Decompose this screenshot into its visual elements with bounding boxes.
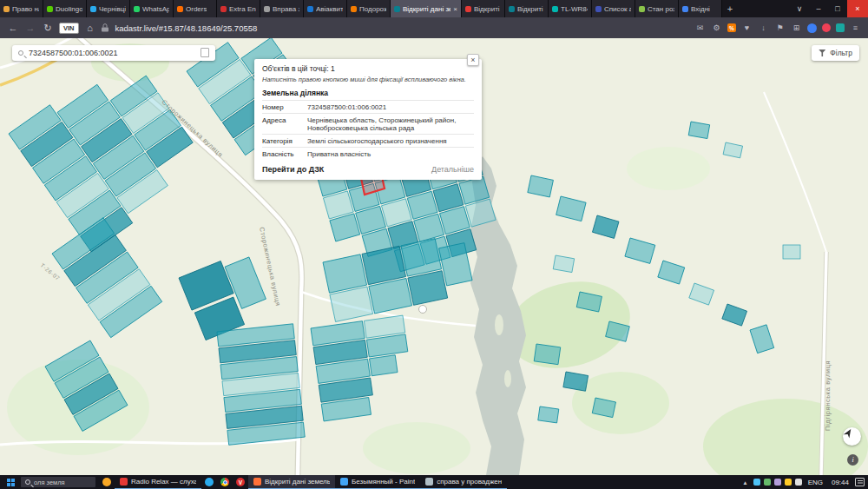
- filter-button[interactable]: Фільтр: [812, 45, 859, 61]
- browser-tab-active[interactable]: Відкриті дані земел×: [391, 0, 462, 17]
- pinned-app-icon[interactable]: [99, 475, 115, 489]
- heart-icon[interactable]: ♥: [741, 23, 753, 32]
- close-window-button[interactable]: ×: [847, 0, 868, 17]
- minimize-button[interactable]: –: [809, 0, 828, 17]
- taskbar-app-document[interactable]: справа у провадженн...: [420, 475, 507, 489]
- menu-icon[interactable]: ≡: [850, 23, 861, 32]
- map-search-box[interactable]: 7324587500:01:006:0021: [12, 45, 215, 61]
- settings-icon[interactable]: ⚙: [711, 23, 722, 32]
- chrome-icon: [220, 478, 229, 486]
- forward-button[interactable]: →: [24, 23, 36, 33]
- tab-title: Авіаквитки: [316, 5, 343, 13]
- copy-coordinates-icon[interactable]: [202, 50, 209, 57]
- parcel-cluster-bottom-left[interactable]: [217, 324, 305, 445]
- browser-tab-0[interactable]: Право на: [0, 0, 43, 17]
- navigation-arrow-icon: [843, 427, 854, 439]
- refresh-button[interactable]: ↻: [42, 23, 54, 34]
- popup-row-category: Категорія Землі сільськогосподарського п…: [262, 134, 474, 147]
- browser-tab-6[interactable]: Вправа з а: [260, 0, 304, 17]
- browser-tab-10[interactable]: Відкриті дан: [462, 0, 505, 17]
- tab-favicon: [90, 6, 96, 12]
- new-tab-button[interactable]: +: [722, 0, 738, 17]
- tab-title: Вхідні: [691, 5, 710, 13]
- row-value: Землі сільськогосподарського призначення: [307, 137, 474, 145]
- back-button[interactable]: ←: [7, 23, 19, 33]
- tray-cloud-icon[interactable]: [753, 479, 760, 486]
- home-button[interactable]: ⌂: [84, 23, 96, 33]
- browser-tab-15[interactable]: Вхідні: [679, 0, 722, 17]
- browser-tab-8[interactable]: Подорожі: [347, 0, 391, 17]
- browser-tab-12[interactable]: TL-WR841N: [549, 0, 592, 17]
- tab-title: TL-WR841N: [561, 5, 588, 13]
- browser-tab-3[interactable]: WhatsApp: [130, 0, 174, 17]
- browser-app-icon: [253, 478, 261, 486]
- search-input[interactable]: 7324587500:01:006:0021: [29, 49, 118, 57]
- tab-favicon: [639, 6, 645, 12]
- map-canvas[interactable]: Сторожинецька вулиця Сторожинецька вулиц…: [0, 38, 868, 475]
- popup-section-title: Земельна ділянка: [262, 89, 474, 97]
- language-indicator[interactable]: ENG: [806, 479, 825, 486]
- pocket-icon[interactable]: [822, 23, 831, 32]
- taskbar-app-kadastr[interactable]: Відкриті дані земель...: [248, 475, 335, 489]
- browser-tab-11[interactable]: Відкриті дан: [505, 0, 549, 17]
- tab-favicon: [264, 6, 270, 12]
- browser-tab-1[interactable]: Duolingo: [43, 0, 87, 17]
- clock[interactable]: 09:44: [829, 479, 852, 486]
- action-center-icon[interactable]: [855, 478, 865, 486]
- taskbar-app-label: Radio Relax — слухат...: [131, 478, 196, 486]
- tray-defender-icon[interactable]: [764, 479, 771, 486]
- geolocate-button[interactable]: [843, 427, 861, 446]
- telegram-icon: [205, 478, 214, 486]
- account-avatar-icon[interactable]: [807, 23, 817, 33]
- tab-favicon: [307, 6, 313, 12]
- discount-icon[interactable]: %: [727, 23, 736, 32]
- tab-title: Стан розгл: [648, 5, 674, 13]
- browser-tab-7[interactable]: Авіаквитки: [304, 0, 347, 17]
- browser-tab-2[interactable]: Чернівці | U: [87, 0, 130, 17]
- tab-favicon: [509, 6, 515, 12]
- goto-dzk-link[interactable]: Перейти до ДЗК: [262, 165, 324, 174]
- tab-title: Вправа з а: [273, 5, 299, 13]
- tab-favicon: [47, 6, 53, 12]
- url-text[interactable]: kadastr.live/#15.87/48.18649/25.70558: [115, 23, 258, 33]
- tab-title: Відкриті дан: [474, 5, 501, 13]
- tray-app-icon[interactable]: [774, 479, 781, 486]
- details-link[interactable]: Детальніше: [431, 165, 474, 174]
- browser-tab-5[interactable]: Extra Englis: [217, 0, 260, 17]
- system-tray: ▲ ENG 09:44: [740, 478, 868, 486]
- row-label: Адреса: [262, 116, 307, 132]
- viber-app-button[interactable]: V: [233, 475, 248, 489]
- taskbar-search[interactable]: оля земля: [21, 477, 95, 487]
- extensions-icon[interactable]: ⊞: [791, 23, 802, 32]
- chrome-app-button[interactable]: [217, 475, 233, 489]
- browser-tab-13[interactable]: Список авт: [592, 0, 635, 17]
- tray-update-icon[interactable]: [785, 479, 792, 486]
- start-button[interactable]: [0, 475, 21, 489]
- tab-close-icon[interactable]: ×: [453, 5, 457, 13]
- tray-network-icon[interactable]: [795, 479, 802, 486]
- taskbar-app-label: Безымянный - Paint: [352, 478, 415, 486]
- maximize-button[interactable]: □: [828, 0, 847, 17]
- list-all-tabs-icon[interactable]: ∨: [790, 0, 809, 17]
- browser-tab-4[interactable]: Orders: [174, 0, 217, 17]
- browser-tab-14[interactable]: Стан розгл: [635, 0, 679, 17]
- mail-icon[interactable]: ✉: [694, 23, 706, 32]
- telegram-app-button[interactable]: [201, 475, 217, 489]
- hidden-icons-chevron[interactable]: ▲: [740, 479, 749, 486]
- browser-tab-bar: Право на Duolingo Чернівці | U WhatsApp …: [0, 0, 868, 17]
- popup-row-number: Номер 7324587500:01:006:0021: [262, 100, 474, 113]
- flag-icon[interactable]: ⚑: [774, 23, 786, 32]
- landmark-circle: [419, 306, 427, 314]
- popup-close-button[interactable]: ×: [467, 54, 479, 66]
- taskbar-app-radio[interactable]: Radio Relax — слухат...: [115, 475, 201, 489]
- vin-extension-badge[interactable]: VIN: [59, 23, 79, 34]
- download-icon[interactable]: ↓: [758, 23, 769, 32]
- map-info-button[interactable]: i: [847, 454, 858, 466]
- parcel-info-popup: × Об'єктів в цій точці: 1 Натисніть прав…: [254, 59, 482, 180]
- apps-icon[interactable]: [836, 23, 845, 32]
- tab-favicon: [552, 6, 558, 12]
- tab-title: Чернівці | U: [99, 5, 126, 13]
- street-label: Підгірянська вулиця: [824, 360, 832, 431]
- taskbar-app-paint[interactable]: Безымянный - Paint: [335, 475, 420, 489]
- taskbar-app-label: справа у провадженн...: [437, 478, 502, 486]
